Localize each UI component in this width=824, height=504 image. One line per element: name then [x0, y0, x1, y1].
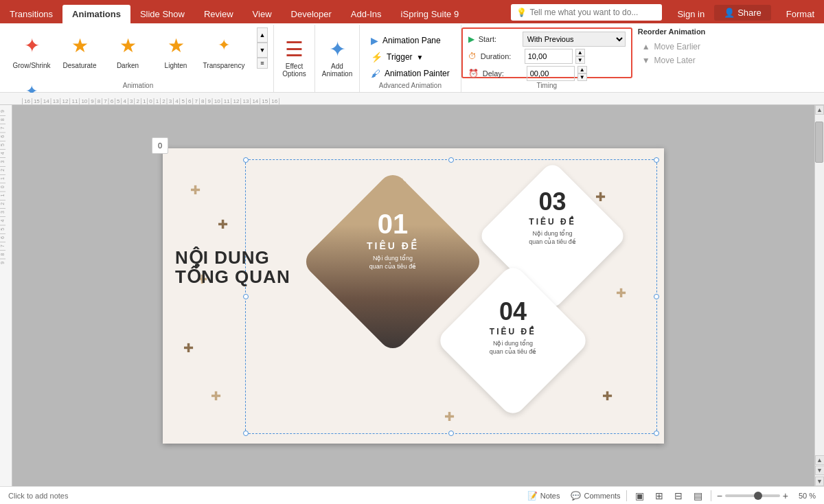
effect-options-button[interactable]: ☰ Effect Options — [274, 33, 315, 82]
card-01-container: 01 TIÊU ĐỀ Nội dung tổng quan của tiêu đ… — [328, 196, 458, 327]
top-bar: Transitions Animations Slide Show Review… — [0, 0, 824, 23]
tab-view[interactable]: View — [243, 5, 282, 23]
click-to-add-notes[interactable]: Click to add notes — [8, 492, 516, 500]
cross-deco-9: ✚ — [602, 389, 613, 404]
zoom-out-btn[interactable]: − — [717, 490, 722, 501]
reorder-title: Reorder Animation — [638, 27, 716, 36]
share-button[interactable]: 👤 Share — [714, 5, 771, 21]
anim-label: Desaturate — [63, 62, 97, 69]
handle-right[interactable] — [654, 294, 659, 299]
scroll-up-btn[interactable]: ▲ — [257, 27, 268, 43]
timing-duration-row: ⏱ Duration: 10,00 ▲ ▼ — [468, 49, 626, 64]
timing-group: ▶ Start: With Previous On Click After Pr… — [461, 27, 632, 78]
animation-group-label: Animation — [3, 82, 273, 89]
handle-top-right[interactable] — [654, 157, 659, 163]
scroll-up-btn[interactable]: ▲ — [815, 105, 824, 115]
animation-painter-button[interactable]: 🖌 Animation Painter — [365, 66, 455, 81]
slide-canvas: 0 ✚ ✚ ✚ ✚ ✚ ✚ ✚ ✚ ✚ ✚ — [163, 148, 664, 444]
duration-spinners: ▲ ▼ — [575, 49, 585, 64]
slide-title: NỘI DUNG TỔNG QUAN — [175, 248, 290, 287]
zoom-in-btn[interactable]: + — [783, 490, 788, 501]
scroll-nav-down[interactable]: ▼ — [815, 466, 825, 475]
scrollbar-track[interactable] — [815, 115, 824, 454]
scrollbar-thumb[interactable] — [815, 122, 823, 163]
move-earlier-icon: ▲ — [642, 42, 650, 51]
animation-painter-icon: 🖌 — [371, 68, 380, 79]
normal-view-btn[interactable]: ▣ — [632, 489, 647, 503]
card-04-labels: 04 TIÊU ĐỀ Nội dung tổng quan của tiêu đ… — [458, 299, 568, 356]
add-animation-label: Add Animation — [322, 62, 352, 78]
tab-ispring[interactable]: iSpring Suite 9 — [391, 5, 469, 23]
handle-bottom[interactable] — [448, 431, 454, 436]
trigger-button[interactable]: ⚡ Trigger ▼ — [365, 49, 455, 65]
tab-slideshow[interactable]: Slide Show — [130, 5, 194, 23]
lighten-icon: ★ — [161, 30, 191, 60]
cross-deco-2: ✚ — [218, 217, 228, 232]
ruler-ticks: │16│15│14│13│12│11│10│9│8│7│6│5│4│3│2│1│… — [0, 93, 824, 104]
scroll-nav: ▲ ▼ — [815, 454, 824, 477]
cross-deco-8: ✚ — [616, 286, 626, 301]
comments-button[interactable]: 💬 Comments — [571, 491, 620, 501]
darken-icon: ★ — [113, 30, 143, 60]
tab-review[interactable]: Review — [194, 5, 243, 23]
status-divider-2 — [711, 490, 711, 501]
effect-options-group: ☰ Effect Options — [274, 25, 315, 92]
zoom-thumb[interactable] — [754, 492, 762, 500]
reading-view-btn[interactable]: ▤ — [691, 489, 705, 503]
anim-grow-shrink[interactable]: ✦ Grow/Shrink — [8, 27, 55, 72]
anim-darken[interactable]: ★ Darken — [104, 27, 151, 72]
status-divider-1 — [626, 490, 627, 501]
handle-bottom-right[interactable] — [654, 431, 659, 436]
scroll-down-btn[interactable]: ▼ — [815, 477, 824, 486]
cross-deco-4: ✚ — [183, 341, 194, 356]
tab-format[interactable]: Format — [777, 5, 824, 23]
scroll-nav-up[interactable]: ▲ — [815, 455, 825, 465]
status-bar: Click to add notes 📝 Notes 💬 Comments ▣ … — [0, 486, 824, 504]
add-animation-button[interactable]: ✦ Add Animation — [315, 33, 359, 82]
zoom-slider[interactable] — [725, 494, 780, 497]
anim-lighten[interactable]: ★ Lighten — [152, 27, 199, 72]
handle-left[interactable] — [243, 294, 249, 299]
comments-icon: 💬 — [571, 491, 581, 501]
tab-animations[interactable]: Animations — [62, 5, 130, 23]
tab-signin[interactable]: Sign in — [667, 5, 714, 23]
delay-down-btn[interactable]: ▼ — [577, 73, 587, 81]
duration-up-btn[interactable]: ▲ — [575, 49, 585, 56]
search-input[interactable] — [529, 8, 653, 17]
handle-top-left[interactable] — [243, 157, 249, 163]
duration-input[interactable]: 10,00 — [525, 49, 573, 64]
handle-bottom-left[interactable] — [243, 431, 249, 436]
delay-input[interactable]: 00,00 — [527, 66, 575, 81]
handle-top[interactable] — [448, 157, 454, 163]
slide-sorter-btn[interactable]: ⊟ — [672, 489, 685, 503]
left-ruler: 9│8│7│6│5│4│3│2│1│0│1│2│3│4│5│6│7│8│9 — [0, 105, 12, 486]
tab-addins[interactable]: Add-Ins — [341, 5, 391, 23]
right-scrollbar: ▲ ▲ ▼ ▼ — [814, 105, 824, 486]
tab-developer[interactable]: Developer — [282, 5, 341, 23]
timing-delay-row: ⏰ Delay: 00,00 ▲ ▼ — [468, 66, 626, 81]
duration-down-btn[interactable]: ▼ — [575, 56, 585, 64]
notes-button[interactable]: 📝 Notes — [527, 491, 560, 501]
delay-up-btn[interactable]: ▲ — [577, 66, 587, 73]
main-area: 9│8│7│6│5│4│3│2│1│0│1│2│3│4│5│6│7│8│9 0 … — [0, 105, 824, 486]
cross-deco-10: ✚ — [444, 409, 455, 424]
outline-view-btn[interactable]: ⊞ — [652, 489, 666, 503]
start-select[interactable]: With Previous On Click After Previous — [523, 32, 626, 47]
scroll-down-btn[interactable]: ▼ — [257, 43, 268, 58]
anim-label: Lighten — [165, 62, 187, 69]
desaturate-icon: ★ — [65, 30, 95, 60]
card-03-labels: 03 TIÊU ĐỀ Nội dung tổng quan của tiêu đ… — [499, 190, 606, 247]
advanced-animation-group: ▶ Animation Pane ⚡ Trigger ▼ 🖌 Animation… — [360, 25, 461, 92]
scroll-expand-btn[interactable]: ≡ — [257, 58, 268, 69]
cross-deco-1: ✚ — [190, 183, 201, 198]
animation-pane-button[interactable]: ▶ Animation Pane — [365, 33, 455, 48]
grow-shrink-icon: ✦ — [16, 30, 47, 60]
effect-options-icon: ☰ — [285, 37, 304, 61]
anim-transparency[interactable]: ✦ Transparency — [201, 27, 247, 72]
delay-spinners: ▲ ▼ — [577, 66, 587, 81]
slide-area[interactable]: 0 ✚ ✚ ✚ ✚ ✚ ✚ ✚ ✚ ✚ ✚ — [12, 105, 814, 486]
card-04-container: 04 TIÊU ĐỀ Nội dung tổng quan của tiêu đ… — [458, 286, 568, 396]
tab-transitions[interactable]: Transitions — [0, 5, 62, 23]
anim-desaturate[interactable]: ★ Desaturate — [56, 27, 103, 72]
timing-group-label: Timing — [463, 82, 631, 89]
